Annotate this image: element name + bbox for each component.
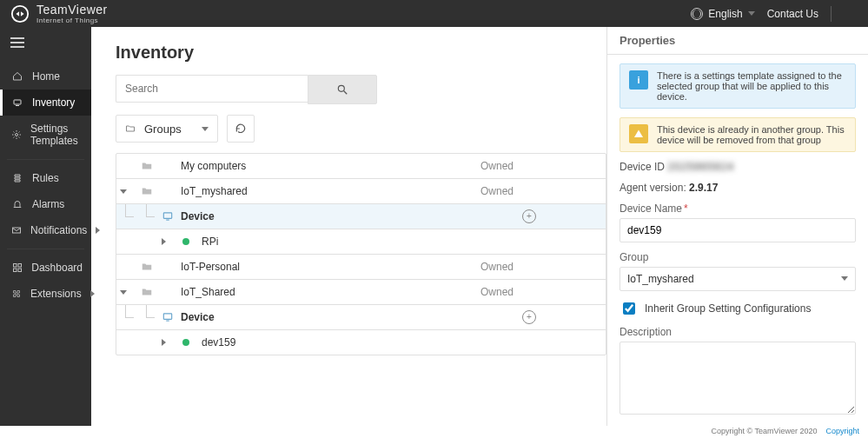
tree-table: My computersOwnedIoT_mysharedOwnedDevice… bbox=[116, 153, 606, 355]
filter-select[interactable]: Groups bbox=[116, 115, 218, 143]
group-label: Group bbox=[620, 251, 856, 263]
chevron-down-icon bbox=[748, 11, 755, 16]
sidebar-item-inventory[interactable]: Inventory bbox=[0, 90, 91, 116]
refresh-button[interactable] bbox=[227, 115, 255, 143]
svg-marker-1 bbox=[16, 11, 19, 17]
info-text: There is a settings template assigned to… bbox=[657, 70, 846, 102]
row-name: IoT_Shared bbox=[179, 286, 477, 298]
sidebar-item-dashboard[interactable]: Dashboard bbox=[0, 255, 91, 281]
row-name: IoT_myshared bbox=[179, 185, 477, 197]
hamburger-icon bbox=[10, 37, 24, 48]
sidebar-item-label: Home bbox=[32, 70, 60, 83]
nav-divider bbox=[7, 159, 84, 160]
agent-version-value: 2.9.17 bbox=[689, 182, 718, 194]
svg-line-12 bbox=[344, 91, 348, 95]
svg-rect-16 bbox=[166, 321, 169, 322]
properties-panel: Properties i There is a settings templat… bbox=[606, 27, 868, 426]
info-icon: i bbox=[629, 70, 648, 90]
device-icon bbox=[158, 311, 179, 323]
device-header-row[interactable]: Device+ bbox=[116, 305, 606, 330]
chevron-down-icon bbox=[841, 276, 848, 281]
group-field: Group IoT_myshared bbox=[620, 251, 856, 291]
contact-link[interactable]: Contact Us bbox=[767, 8, 818, 20]
search-button[interactable] bbox=[308, 75, 377, 104]
add-device-button[interactable]: + bbox=[477, 209, 581, 223]
brand-name: TeamViewer Internet of Things bbox=[36, 3, 108, 24]
refresh-icon bbox=[235, 123, 247, 135]
chevron-right-icon bbox=[162, 339, 166, 346]
tree-elbow-icon bbox=[120, 204, 132, 229]
device-id: Device ID 2025965924 bbox=[620, 161, 856, 173]
expand-toggle[interactable] bbox=[116, 189, 137, 194]
sidebar-item-label: Rules bbox=[32, 172, 59, 184]
avatar-placeholder[interactable] bbox=[844, 7, 858, 21]
device-header-row[interactable]: Device+ bbox=[116, 204, 606, 229]
row-role: Owned bbox=[477, 261, 581, 273]
sidebar-item-rules[interactable]: Rules bbox=[0, 165, 91, 191]
plus-icon: + bbox=[522, 209, 536, 223]
sidebar-item-settingstpl[interactable]: Settings Templates bbox=[0, 116, 91, 154]
sidebar-item-label: Settings Templates bbox=[30, 123, 83, 147]
svg-rect-7 bbox=[13, 264, 17, 268]
device-id-value: 2025965924 bbox=[667, 161, 734, 173]
toolbar bbox=[116, 75, 606, 104]
mail-icon bbox=[11, 224, 22, 236]
sidebar-item-notifs[interactable]: Notifications bbox=[0, 217, 91, 243]
svg-rect-10 bbox=[18, 269, 22, 272]
sidebar-item-label: Notifications bbox=[30, 224, 87, 236]
row-name: My computers bbox=[179, 160, 477, 172]
expand-toggle[interactable] bbox=[116, 290, 137, 295]
group-row[interactable]: My computersOwned bbox=[116, 154, 606, 179]
row-role: Owned bbox=[477, 286, 581, 298]
device-row[interactable]: dev159 bbox=[116, 330, 606, 355]
sidebar: HomeInventorySettings TemplatesRulesAlar… bbox=[0, 27, 91, 426]
expand-toggle[interactable] bbox=[158, 238, 179, 245]
topbar-right: English Contact Us bbox=[691, 6, 858, 22]
expand-toggle[interactable] bbox=[158, 339, 179, 346]
separator bbox=[831, 6, 832, 22]
properties-body: i There is a settings template assigned … bbox=[607, 55, 868, 426]
page-title: Inventory bbox=[116, 43, 606, 63]
inherit-checkbox[interactable] bbox=[623, 302, 635, 315]
online-indicator-icon bbox=[182, 238, 189, 245]
menu-toggle[interactable] bbox=[0, 27, 91, 58]
sidebar-item-home[interactable]: Home bbox=[0, 63, 91, 90]
sidebar-item-extensions[interactable]: Extensions bbox=[0, 281, 91, 307]
description-label: Description bbox=[620, 326, 856, 338]
chevron-down-icon bbox=[202, 127, 209, 131]
topbar: TeamViewer Internet of Things English Co… bbox=[0, 0, 868, 27]
tree-elbow-icon bbox=[120, 305, 132, 329]
status-dot bbox=[179, 339, 200, 346]
online-indicator-icon bbox=[182, 339, 189, 346]
home-icon bbox=[11, 70, 23, 83]
device-icon bbox=[158, 210, 179, 222]
svg-rect-8 bbox=[18, 264, 22, 268]
footer-copyright: Copyright © TeamViewer 2020 bbox=[712, 426, 818, 436]
bell-icon bbox=[11, 198, 23, 210]
device-name-label: Device Name* bbox=[620, 202, 856, 215]
language-select[interactable]: English bbox=[691, 8, 754, 20]
device-row[interactable]: RPi bbox=[116, 229, 606, 255]
folder-icon bbox=[137, 261, 158, 273]
folder-icon bbox=[125, 123, 136, 134]
row-name: Device bbox=[179, 210, 200, 222]
device-name-input[interactable] bbox=[620, 218, 856, 242]
sidebar-item-label: Dashboard bbox=[31, 262, 83, 274]
search-input[interactable] bbox=[116, 75, 308, 103]
description-input[interactable] bbox=[620, 342, 856, 415]
properties-title: Properties bbox=[607, 27, 868, 55]
group-select[interactable]: IoT_myshared bbox=[620, 267, 856, 291]
sidebar-item-alarms[interactable]: Alarms bbox=[0, 191, 91, 217]
row-name: IoT-Personal bbox=[179, 261, 477, 273]
puzzle-icon bbox=[11, 288, 22, 300]
svg-rect-9 bbox=[13, 269, 17, 272]
group-row[interactable]: IoT_mysharedOwned bbox=[116, 179, 606, 204]
group-row[interactable]: IoT-PersonalOwned bbox=[116, 255, 606, 280]
sidebar-item-label: Inventory bbox=[32, 96, 75, 109]
inherit-checkbox-row[interactable]: Inherit Group Setting Configurations bbox=[620, 300, 856, 317]
footer-copyright-link[interactable]: Copyright bbox=[825, 426, 859, 436]
group-row[interactable]: IoT_SharedOwned bbox=[116, 280, 606, 305]
nav-divider bbox=[7, 249, 84, 249]
add-device-button[interactable]: + bbox=[477, 310, 581, 324]
content: Inventory Groups bbox=[91, 27, 868, 426]
